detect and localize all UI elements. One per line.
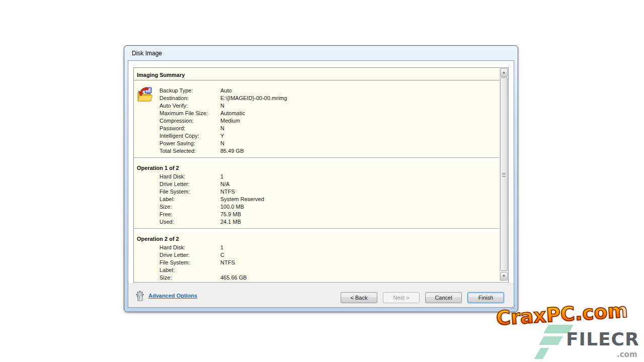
summary-section: Imaging Summary Backup Type:AutoDestinat… xyxy=(134,68,499,158)
row-label: File System: xyxy=(159,259,190,266)
row-value: N xyxy=(220,140,224,147)
scrollbar-up-arrow-icon[interactable]: ▲ xyxy=(500,68,508,77)
summary-row: Compression:Medium xyxy=(134,117,499,125)
row-value: Medium xyxy=(220,117,240,125)
row-label: Intelligent Copy: xyxy=(159,132,199,140)
section-title: Operation 2 of 2 xyxy=(134,232,499,244)
row-label: Hard Disk: xyxy=(159,173,185,180)
summary-section: Operation 1 of 2Hard Disk:1Drive Letter:… xyxy=(134,161,499,229)
summary-row: Auto Verify:N xyxy=(134,102,499,110)
finish-button[interactable]: Finish xyxy=(467,292,504,303)
summary-row: File System:NTFS xyxy=(134,188,499,196)
row-label: Destination: xyxy=(159,95,189,102)
summary-row: Label: xyxy=(134,266,499,274)
row-value: N/A xyxy=(220,180,229,188)
back-button[interactable]: < Back xyxy=(341,292,377,303)
row-value: 100.0 MB xyxy=(220,203,244,211)
row-label: Drive Letter: xyxy=(159,251,190,259)
footer-bar: Advanced Options < Back Next > Cancel Fi… xyxy=(128,284,514,307)
row-value: Auto xyxy=(220,87,232,95)
disk-image-dialog: Disk Image Imaging Summary Backup Type:A… xyxy=(124,45,518,312)
row-label: Backup Type: xyxy=(159,87,193,95)
row-value: NTFS xyxy=(220,188,235,196)
row-label: Free: xyxy=(159,282,173,282)
section-title: Imaging Summary xyxy=(134,68,499,80)
row-value: C xyxy=(220,251,224,259)
summary-row: Free:380.20 GB xyxy=(134,282,499,282)
row-label: Maximum File Size: xyxy=(159,110,208,117)
row-value: NTFS xyxy=(220,259,235,266)
summary-row: Hard Disk:1 xyxy=(134,173,499,180)
scrollbar-down-arrow-icon[interactable]: ▼ xyxy=(500,272,508,281)
filecr-wordmark: FILECR xyxy=(566,329,639,349)
row-label: Power Saving: xyxy=(159,140,195,147)
row-value: 24.1 MB xyxy=(220,218,241,226)
next-button[interactable]: Next > xyxy=(383,292,420,303)
summary-row: Size:465.66 GB xyxy=(134,274,499,282)
row-label: Label: xyxy=(159,266,175,274)
vertical-scrollbar[interactable]: ▲ ▼ xyxy=(499,68,508,281)
row-value: 1 xyxy=(220,244,223,251)
summary-row: Maximum File Size:Automatic xyxy=(134,110,499,117)
row-label: Used: xyxy=(159,218,174,226)
summary-row: Hard Disk:1 xyxy=(134,244,499,251)
row-label: Size: xyxy=(159,274,172,282)
summary-row: Backup Type:Auto xyxy=(134,87,499,95)
summary-section: Operation 2 of 2Hard Disk:1Drive Letter:… xyxy=(134,232,499,282)
row-value: 380.20 GB xyxy=(220,282,247,282)
row-label: Drive Letter: xyxy=(159,180,190,188)
row-label: Size: xyxy=(159,203,172,211)
summary-row: Password:N xyxy=(134,125,499,132)
row-label: Compression: xyxy=(159,117,194,125)
summary-row: Used:24.1 MB xyxy=(134,218,499,226)
summary-row: Size:100.0 MB xyxy=(134,203,499,211)
advanced-options[interactable]: Advanced Options xyxy=(134,290,197,301)
advanced-options-gear-icon xyxy=(134,290,145,301)
summary-row: Drive Letter:N/A xyxy=(134,180,499,188)
row-value: N xyxy=(220,102,224,110)
row-label: Password: xyxy=(159,125,185,132)
row-value: System Reserved xyxy=(220,196,264,203)
dialog-titlebar[interactable]: Disk Image xyxy=(124,46,518,60)
row-value: N xyxy=(220,125,224,132)
cancel-button[interactable]: Cancel xyxy=(425,292,462,303)
summary-row: Free:75.9 MB xyxy=(134,211,499,218)
filecr-logo-icon xyxy=(539,336,563,345)
row-label: Label: xyxy=(159,196,175,203)
summary-sections: Imaging Summary Backup Type:AutoDestinat… xyxy=(134,68,499,282)
filecr-logo-icon xyxy=(534,348,549,359)
summary-row: File System:NTFS xyxy=(134,259,499,266)
summary-row: Total Selected:85.49 GB xyxy=(134,147,499,155)
imaging-summary-panel: Imaging Summary Backup Type:AutoDestinat… xyxy=(133,67,509,283)
row-value: 1 xyxy=(220,173,223,180)
row-value: 465.66 GB xyxy=(220,274,247,282)
scrollbar-thumb-grip xyxy=(502,174,506,175)
row-label: Free: xyxy=(159,211,173,218)
summary-row: Intelligent Copy:Y xyxy=(134,132,499,140)
row-label: Total Selected: xyxy=(159,147,196,155)
row-value: Y xyxy=(220,132,224,140)
row-label: File System: xyxy=(159,188,190,196)
dialog-client-area: Imaging Summary Backup Type:AutoDestinat… xyxy=(128,60,514,308)
summary-row: Label:System Reserved xyxy=(134,196,499,203)
summary-row: Destination:E:\{IMAGEID}-00-00.mrimg xyxy=(134,95,499,102)
row-value: 75.9 MB xyxy=(220,211,241,218)
row-value: 85.49 GB xyxy=(220,147,244,155)
summary-row: Power Saving:N xyxy=(134,140,499,147)
section-title: Operation 1 of 2 xyxy=(134,161,499,173)
advanced-options-link[interactable]: Advanced Options xyxy=(148,293,197,299)
dialog-title: Disk Image xyxy=(132,50,162,57)
summary-row: Drive Letter:C xyxy=(134,251,499,259)
filecr-watermark: FILECR .com xyxy=(535,324,643,361)
row-label: Hard Disk: xyxy=(159,244,185,251)
scrollbar-thumb[interactable] xyxy=(500,77,508,271)
filecr-tld: .com xyxy=(617,350,637,359)
row-value: E:\{IMAGEID}-00-00.mrimg xyxy=(220,95,287,102)
row-label: Auto Verify: xyxy=(159,102,188,110)
row-value: Automatic xyxy=(220,110,245,117)
